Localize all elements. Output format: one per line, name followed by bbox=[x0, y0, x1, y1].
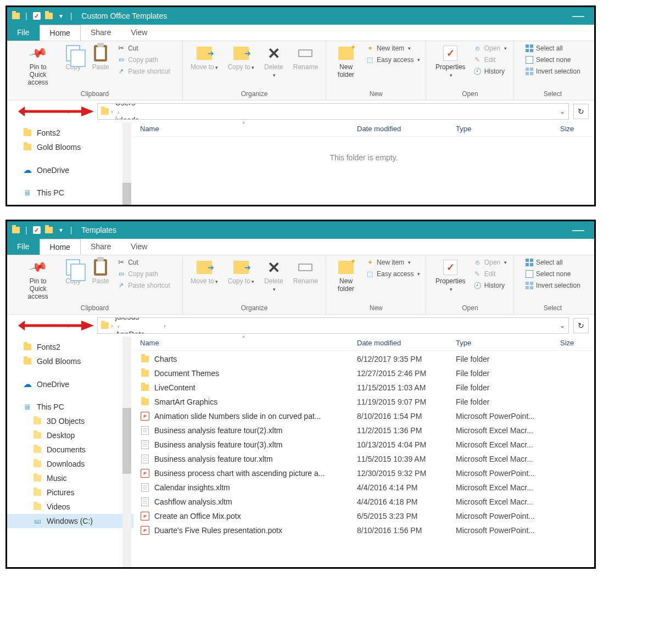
paste-button[interactable]: Paste bbox=[88, 43, 113, 72]
qat-properties-icon[interactable]: ✓ bbox=[32, 12, 41, 20]
select-none-button[interactable]: Select none bbox=[524, 55, 582, 64]
tab-home[interactable]: Home bbox=[40, 239, 81, 255]
new-folder-button[interactable]: New folder bbox=[331, 43, 361, 80]
qat-dropdown-icon[interactable]: ▾ bbox=[57, 226, 65, 234]
history-button[interactable]: 🕘History bbox=[472, 66, 508, 76]
pin-to-quick-access-button[interactable]: 📌 Pin to Quick access bbox=[18, 43, 58, 87]
column-type[interactable]: Type bbox=[456, 125, 560, 133]
cut-button[interactable]: ✂Cut bbox=[116, 43, 171, 53]
breadcrumb-segment[interactable]: julesds bbox=[115, 116, 201, 120]
easy-access-button[interactable]: ⬚Easy access▾ bbox=[365, 269, 421, 278]
file-row[interactable]: LiveContent11/15/2015 1:03 AMFile folder bbox=[140, 380, 594, 395]
nav-item[interactable]: Videos bbox=[7, 500, 133, 514]
nav-item[interactable]: Fonts2 bbox=[7, 126, 133, 140]
nav-item[interactable]: Desktop bbox=[7, 428, 133, 443]
nav-item[interactable]: 🖥This PC bbox=[7, 400, 133, 414]
tab-view[interactable]: View bbox=[121, 239, 157, 255]
file-row[interactable]: PAnimation slide Numbers slide in on cur… bbox=[140, 409, 594, 423]
column-date[interactable]: Date modified bbox=[357, 339, 456, 347]
edit-button[interactable]: ✎Edit bbox=[472, 55, 508, 64]
minimize-button[interactable]: — bbox=[567, 223, 590, 237]
breadcrumb-segment[interactable]: julesds bbox=[115, 317, 161, 321]
nav-item[interactable]: Gold Blooms bbox=[7, 354, 133, 368]
copy-button[interactable]: Copy bbox=[61, 257, 85, 286]
file-row[interactable]: Cashflow analysis.xltm4/4/2016 4:18 PMMi… bbox=[140, 495, 594, 509]
tab-share[interactable]: Share bbox=[81, 25, 121, 41]
nav-scrollbar-thumb[interactable] bbox=[122, 408, 131, 474]
history-button[interactable]: 🕘History bbox=[472, 281, 508, 290]
paste-shortcut-button[interactable]: ↗Paste shortcut bbox=[116, 66, 171, 76]
title-bar[interactable]: | ✓ ▾ | Templates — bbox=[7, 221, 594, 239]
nav-item[interactable]: Downloads bbox=[7, 457, 133, 471]
pin-to-quick-access-button[interactable]: 📌Pin to Quick access bbox=[18, 257, 58, 301]
address-bar[interactable]: › This PC›Windows (C:)›Users›julesds›Doc… bbox=[97, 103, 569, 120]
select-all-button[interactable]: Select all bbox=[524, 43, 582, 53]
paste-button[interactable]: Paste bbox=[88, 257, 113, 286]
open-button[interactable]: ⎋Open▾ bbox=[472, 257, 508, 267]
copy-path-button[interactable]: ▭Copy path bbox=[116, 269, 171, 278]
easy-access-button[interactable]: ⬚Easy access▾ bbox=[365, 55, 421, 64]
column-date[interactable]: Date modified bbox=[357, 125, 456, 133]
refresh-button[interactable]: ↻ bbox=[573, 104, 589, 119]
new-folder-button[interactable]: New folder bbox=[331, 257, 361, 294]
nav-up-button[interactable]: ↑ bbox=[80, 105, 93, 118]
qat-folder-icon[interactable] bbox=[44, 226, 53, 234]
qat-folder-icon[interactable] bbox=[44, 12, 53, 20]
select-none-button[interactable]: Select none bbox=[524, 269, 582, 278]
navigation-pane[interactable]: Fonts2Gold Blooms☁OneDrive🖥This PC bbox=[7, 122, 133, 205]
breadcrumb-segment[interactable]: AppData bbox=[115, 330, 161, 334]
nav-forward-button[interactable]: → bbox=[44, 105, 58, 118]
address-bar[interactable]: › This PC›Windows (C:)›Users›julesds›App… bbox=[97, 317, 569, 334]
nav-back-button[interactable]: ← bbox=[27, 105, 40, 118]
navigation-pane[interactable]: Fonts2Gold Blooms☁OneDrive🖥This PC3D Obj… bbox=[7, 337, 133, 567]
copy-button[interactable]: Copy bbox=[61, 43, 85, 72]
nav-recent-button[interactable]: ▾ bbox=[62, 105, 75, 118]
nav-item[interactable]: Gold Blooms bbox=[7, 140, 133, 154]
nav-item[interactable]: Documents bbox=[7, 443, 133, 457]
tab-home[interactable]: Home bbox=[40, 25, 81, 41]
column-type[interactable]: Type bbox=[456, 339, 560, 347]
file-row[interactable]: PDuarte's Five Rules presentation.potx8/… bbox=[140, 523, 594, 537]
paste-shortcut-button[interactable]: ↗Paste shortcut bbox=[116, 281, 171, 290]
column-name[interactable]: Name bbox=[140, 339, 357, 347]
file-row[interactable]: Charts6/12/2017 9:35 PMFile folder bbox=[140, 352, 594, 366]
column-size[interactable]: Size bbox=[560, 339, 588, 347]
nav-scrollbar-thumb[interactable] bbox=[122, 183, 131, 205]
file-row[interactable]: Business analysis feature tour.xltm11/5/… bbox=[140, 452, 594, 466]
column-name[interactable]: Name bbox=[140, 125, 357, 133]
nav-up-button[interactable]: ↑ bbox=[80, 319, 93, 332]
move-to-button[interactable]: Move to▾ bbox=[187, 257, 221, 286]
tab-file[interactable]: File bbox=[7, 239, 40, 255]
minimize-button[interactable]: — bbox=[567, 9, 590, 23]
nav-item[interactable]: Music bbox=[7, 471, 133, 485]
file-row[interactable]: Document Themes12/27/2015 2:46 PMFile fo… bbox=[140, 366, 594, 380]
rename-button[interactable]: Rename bbox=[290, 257, 321, 286]
qat-properties-icon[interactable]: ✓ bbox=[32, 226, 41, 234]
cut-button[interactable]: ✂Cut bbox=[116, 257, 171, 267]
properties-button[interactable]: ✓Properties▾ bbox=[432, 257, 469, 294]
select-all-button[interactable]: Select all bbox=[524, 257, 582, 267]
copy-path-button[interactable]: ▭Copy path bbox=[116, 55, 171, 64]
refresh-button[interactable]: ↻ bbox=[573, 318, 589, 333]
new-item-button[interactable]: ✦New item▾ bbox=[365, 257, 421, 267]
edit-button[interactable]: ✎Edit bbox=[472, 269, 508, 278]
invert-selection-button[interactable]: Invert selection bbox=[524, 281, 582, 290]
file-row[interactable]: Calendar insights.xltm4/4/2016 4:14 PMMi… bbox=[140, 480, 594, 495]
breadcrumb-segment[interactable]: Users bbox=[115, 103, 201, 107]
nav-item[interactable]: 3D Objects bbox=[7, 414, 133, 428]
qat-dropdown-icon[interactable]: ▾ bbox=[57, 12, 65, 20]
nav-item[interactable]: Fonts2 bbox=[7, 340, 133, 354]
nav-recent-button[interactable]: ▾ bbox=[62, 319, 75, 332]
file-row[interactable]: PBusiness process chart with ascending p… bbox=[140, 466, 594, 480]
file-row[interactable]: PCreate an Office Mix.potx6/5/2015 3:23 … bbox=[140, 509, 594, 523]
rename-button[interactable]: Rename bbox=[290, 43, 321, 72]
title-bar[interactable]: | ✓ ▾ | Custom Office Templates — bbox=[7, 7, 594, 25]
nav-forward-button[interactable]: → bbox=[44, 319, 58, 332]
copy-to-button[interactable]: Copy to▾ bbox=[225, 257, 258, 286]
move-to-button[interactable]: Move to▾ bbox=[187, 43, 221, 72]
delete-button[interactable]: ✕ Delete▾ bbox=[261, 43, 287, 80]
copy-to-button[interactable]: Copy to▾ bbox=[225, 43, 258, 72]
file-row[interactable]: Business analysis feature tour(3).xltm10… bbox=[140, 438, 594, 452]
tab-file[interactable]: File bbox=[7, 25, 40, 41]
nav-item[interactable]: 🖴Windows (C:) bbox=[7, 514, 133, 528]
